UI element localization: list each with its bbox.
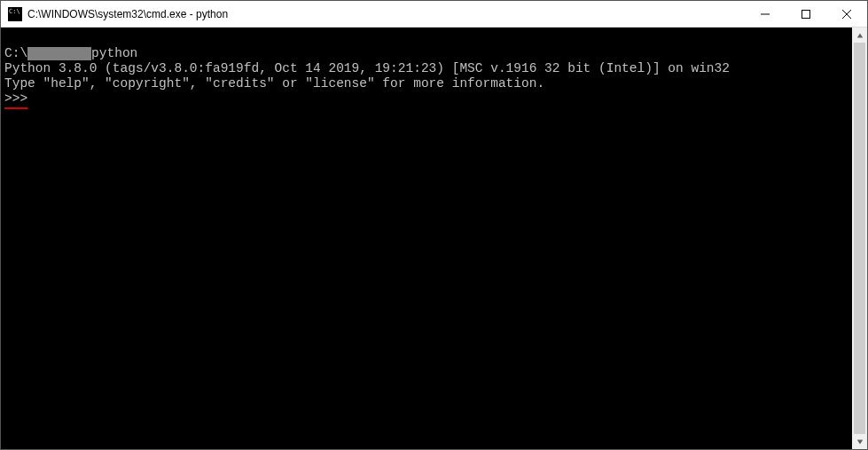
- window-title: C:\WINDOWS\system32\cmd.exe - python: [27, 8, 745, 20]
- scroll-down-button[interactable]: [852, 434, 867, 449]
- svg-marker-5: [856, 439, 862, 444]
- prompt-suffix: python: [91, 46, 137, 60]
- cmd-icon: [8, 7, 22, 21]
- content-wrapper: C:\xxxxxxxxxpython Python 3.8.0 (tags/v3…: [1, 28, 867, 449]
- terminal-line: Type "help", "copyright", "credits" or "…: [4, 76, 847, 91]
- scroll-thumb[interactable]: [854, 43, 865, 434]
- terminal-line: [4, 31, 847, 46]
- titlebar[interactable]: C:\WINDOWS\system32\cmd.exe - python: [1, 1, 867, 28]
- redacted-path: xxxxxxxxx: [27, 47, 91, 60]
- scroll-up-button[interactable]: [852, 28, 867, 43]
- svg-rect-1: [802, 10, 810, 18]
- terminal-line: >>>: [4, 91, 847, 108]
- close-button[interactable]: [826, 1, 867, 27]
- repl-prompt: >>>: [4, 91, 27, 108]
- terminal-area[interactable]: C:\xxxxxxxxxpython Python 3.8.0 (tags/v3…: [1, 28, 852, 449]
- scroll-track[interactable]: [852, 43, 867, 434]
- terminal-line: C:\xxxxxxxxxpython: [4, 46, 847, 61]
- window-controls: [745, 1, 867, 27]
- svg-marker-4: [856, 33, 862, 37]
- minimize-button[interactable]: [745, 1, 786, 27]
- maximize-button[interactable]: [786, 1, 826, 27]
- vertical-scrollbar[interactable]: [852, 28, 867, 449]
- prompt-prefix: C:\: [4, 46, 27, 60]
- terminal-line: Python 3.8.0 (tags/v3.8.0:fa919fd, Oct 1…: [4, 61, 847, 76]
